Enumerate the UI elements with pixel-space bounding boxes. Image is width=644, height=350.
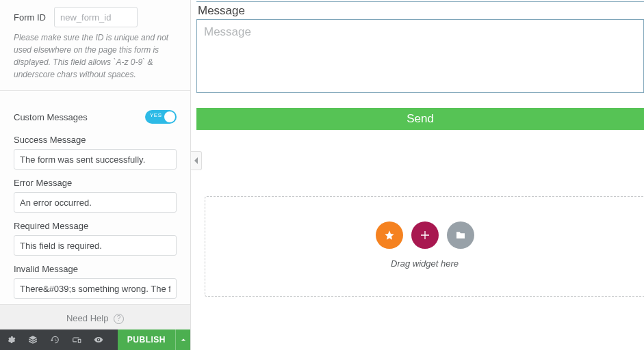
help-icon: ? bbox=[114, 314, 124, 324]
publish-button[interactable]: PUBLISH bbox=[118, 329, 175, 350]
gear-icon[interactable] bbox=[0, 335, 22, 345]
sidebar: Form ID Please make sure the ID is uniqu… bbox=[0, 0, 191, 350]
publish-dropdown-caret[interactable] bbox=[175, 329, 190, 350]
required-message-input[interactable] bbox=[14, 235, 177, 256]
publish-button-group: PUBLISH bbox=[118, 329, 190, 350]
eye-icon[interactable] bbox=[88, 335, 110, 345]
error-message-label: Error Message bbox=[14, 178, 177, 188]
collapse-sidebar-handle[interactable] bbox=[191, 151, 202, 170]
form-id-label: Form ID bbox=[14, 12, 46, 23]
send-button[interactable]: Send bbox=[196, 108, 644, 130]
layers-icon[interactable] bbox=[22, 335, 44, 345]
message-field-label: Message bbox=[198, 4, 644, 18]
required-message-label: Required Message bbox=[14, 221, 177, 231]
main-preview: Message Message Send Drag widget here bbox=[191, 0, 644, 350]
star-widget-button[interactable] bbox=[376, 221, 403, 249]
custom-messages-title: Custom Messages bbox=[14, 112, 88, 122]
custom-messages-toggle[interactable]: YES bbox=[145, 110, 177, 124]
success-message-input[interactable] bbox=[14, 149, 177, 170]
add-widget-button[interactable] bbox=[411, 221, 439, 249]
success-message-label: Success Message bbox=[14, 135, 177, 145]
need-help[interactable]: Need Help ? bbox=[0, 308, 190, 329]
message-textarea[interactable]: Message bbox=[196, 19, 644, 93]
history-icon[interactable] bbox=[44, 335, 66, 345]
dropzone-hint: Drag widget here bbox=[205, 258, 644, 269]
folder-icon bbox=[455, 230, 466, 241]
invalid-message-input[interactable] bbox=[14, 278, 177, 299]
form-id-input[interactable] bbox=[54, 7, 138, 27]
form-id-help-text: Please make sure the ID is unique and no… bbox=[14, 31, 177, 81]
bottom-toolbar: PUBLISH bbox=[0, 329, 190, 350]
plus-icon bbox=[420, 230, 430, 241]
devices-icon[interactable] bbox=[66, 335, 88, 345]
folder-widget-button[interactable] bbox=[447, 221, 474, 249]
invalid-message-label: Invalid Message bbox=[14, 264, 177, 274]
widget-dropzone[interactable]: Drag widget here bbox=[205, 196, 644, 297]
error-message-input[interactable] bbox=[14, 192, 177, 213]
star-icon bbox=[384, 230, 395, 241]
